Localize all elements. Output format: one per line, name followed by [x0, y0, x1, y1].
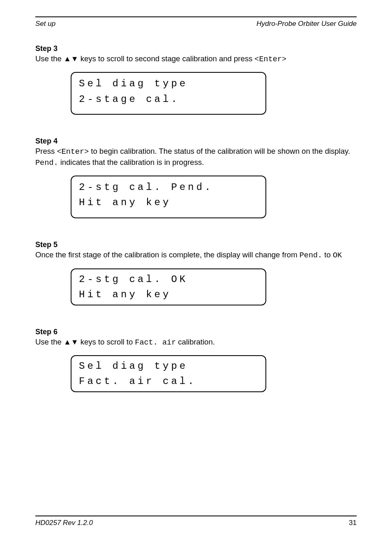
pend-text: Pend.	[300, 251, 323, 260]
ok-text: OK	[333, 251, 342, 260]
header-left: Set up	[35, 20, 55, 28]
step-5: Step 5 Once the first stage of the calib…	[35, 240, 357, 305]
step-5-body: Once the first stage of the calibration …	[35, 250, 357, 261]
step-3-body: Use the ▲▼ keys to scroll to second stag…	[35, 54, 357, 65]
enter-key-text: <Enter>	[57, 148, 89, 156]
header-right: Hydro-Probe Orbiter User Guide	[256, 20, 357, 28]
header-rule	[35, 16, 357, 17]
step-5-head: Step 5	[35, 240, 357, 249]
step-4: Step 4 Press <Enter> to begin calibratio…	[35, 137, 357, 218]
lcd-display-step4: 2-stg cal. Pend. Hit any key	[71, 176, 266, 218]
step-4-body: Press <Enter> to begin calibration. The …	[35, 146, 357, 168]
lcd-display-step6: Sel diag type Fact. air cal.	[71, 355, 266, 392]
lcd-display-step5: 2-stg cal. OK Hit any key	[71, 268, 266, 305]
page-footer: HD0257 Rev 1.2.0 31	[35, 516, 357, 527]
step-6-head: Step 6	[35, 328, 357, 336]
page-header: Set up Hydro-Probe Orbiter User Guide	[35, 20, 357, 28]
enter-key-text: <Enter>	[254, 55, 286, 64]
step-4-head: Step 4	[35, 137, 357, 146]
step-3-head: Step 3	[35, 44, 357, 53]
footer-rule	[35, 516, 357, 516]
footer-page-number: 31	[349, 519, 357, 527]
step-6-body: Use the ▲▼ keys to scroll to Fact. air c…	[35, 337, 357, 348]
footer-doc-id: HD0257 Rev 1.2.0	[35, 519, 93, 527]
up-down-arrows-icon: ▲▼	[64, 338, 78, 346]
up-down-arrows-icon: ▲▼	[64, 55, 78, 63]
lcd-display-step3: Sel diag type 2-stage cal.	[71, 72, 266, 115]
step-6: Step 6 Use the ▲▼ keys to scroll to Fact…	[35, 328, 357, 392]
pending-text: Pend.	[35, 159, 58, 167]
step-3: Step 3 Use the ▲▼ keys to scroll to seco…	[35, 44, 357, 115]
fact-air-text: Fact. air	[135, 338, 176, 347]
